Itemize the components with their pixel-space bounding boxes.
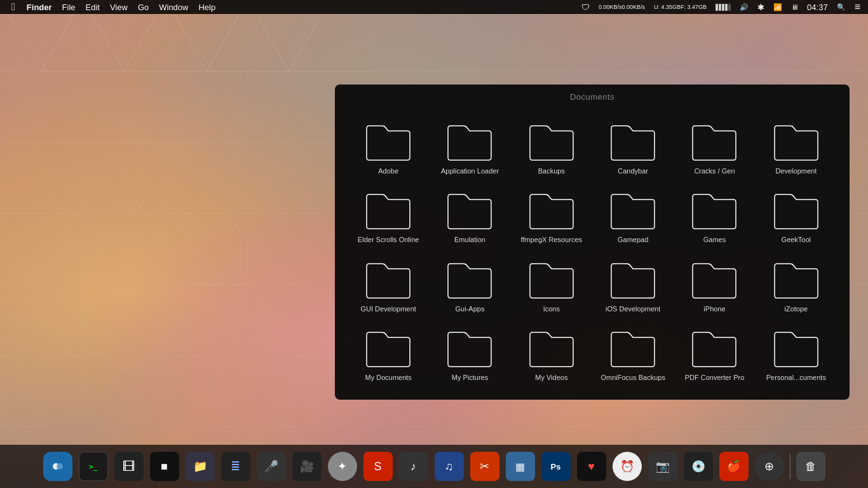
folder-label-omnifocus: OmniFocus Backups	[600, 373, 665, 382]
folder-label-application-loader: Application Loader	[441, 166, 499, 175]
edit-icon: ✂	[470, 452, 499, 481]
finder-icon	[43, 452, 72, 481]
dock-item-dvd[interactable]: 💿	[682, 450, 715, 483]
dock-item-chart[interactable]: ▦	[504, 450, 537, 483]
folder-label-gui-apps: Gui-Apps	[456, 304, 485, 313]
folder-gui-development[interactable]: GUI Development	[348, 250, 429, 318]
folder-application-loader[interactable]: Application Loader	[429, 112, 510, 180]
folder-emulation[interactable]: Emulation	[429, 180, 510, 249]
folder-development[interactable]: Development	[756, 112, 837, 180]
folder-label-pdf-converter: PDF Converter Pro	[685, 373, 745, 382]
folder-backups[interactable]: Backups	[511, 112, 592, 180]
search-icon[interactable]: 🔍	[834, 3, 848, 11]
folder-icon-adobe	[363, 117, 414, 163]
folder-label-icons: Icons	[543, 304, 560, 313]
folder-games[interactable]: Games	[674, 180, 755, 249]
folder-cracks-gen[interactable]: Cracks / Gen	[674, 112, 755, 180]
folder-adobe[interactable]: Adobe	[348, 112, 429, 180]
folder-omnifocus[interactable]: OmniFocus Backups	[592, 318, 674, 387]
folder-iphone[interactable]: iPhone	[674, 250, 755, 318]
dock-item-video[interactable]: 🎥	[290, 450, 323, 483]
dock-item-accessibility[interactable]: ⊕	[753, 450, 786, 483]
folder-icon-personal-documents	[771, 323, 822, 369]
menubar-file[interactable]: File	[57, 0, 81, 14]
folder-icon-iphone	[689, 255, 740, 301]
folder-icon-elder-scrolls	[363, 186, 414, 231]
storage-stats: U: 4.35GB F: 3.47GB	[651, 4, 709, 11]
folder-my-documents[interactable]: My Documents	[348, 318, 429, 387]
dvd-icon: 💿	[684, 452, 713, 481]
hamburger-icon[interactable]: ≡	[852, 1, 863, 13]
folder-icon-izotope	[771, 255, 822, 301]
dock-separator	[790, 454, 790, 479]
appstore-icon: 🍎	[719, 452, 749, 481]
folder-geektool[interactable]: GeekTool	[756, 180, 837, 249]
folder-label-backups: Backups	[538, 166, 565, 175]
folder-icon-application-loader	[444, 117, 495, 163]
folder-candybar[interactable]: Candybar	[592, 112, 674, 180]
documents-window-title: Documents	[335, 85, 850, 112]
dock-item-mic[interactable]: 🎤	[255, 450, 288, 483]
folder-personal-documents[interactable]: Personal...cuments	[756, 318, 837, 387]
folder-icon-icons	[526, 255, 577, 301]
dock-item-health[interactable]: ♥	[575, 450, 608, 483]
dock-item-finder[interactable]	[41, 450, 74, 483]
folder-icon-my-documents	[363, 323, 414, 369]
folder-gamepad[interactable]: Gamepad	[592, 180, 674, 249]
wifi-icon[interactable]: 📶	[771, 3, 785, 11]
menubar-help[interactable]: Help	[193, 0, 220, 14]
menubar-view[interactable]: View	[105, 0, 133, 14]
dock-item-camera[interactable]: 📷	[646, 450, 679, 483]
folder-ios-development[interactable]: iOS Development	[592, 250, 674, 318]
dock-item-clock[interactable]: ⏰	[611, 450, 644, 483]
folder-icon-cracks-gen	[689, 117, 740, 163]
dock-item-appstore[interactable]: 🍎	[717, 450, 750, 483]
dock-item-star[interactable]: ✦	[326, 450, 359, 483]
folder-label-my-pictures: My Pictures	[452, 373, 488, 382]
dock-item-photoshop[interactable]: Ps	[539, 450, 573, 483]
folder-icons[interactable]: Icons	[511, 250, 592, 318]
menubar-edit[interactable]: Edit	[81, 0, 105, 14]
dock-item-edit[interactable]: ✂	[468, 450, 501, 483]
apple-menu[interactable]: 	[5, 0, 22, 14]
menubar-go[interactable]: Go	[133, 0, 154, 14]
bluetooth-icon[interactable]: ✱	[755, 3, 767, 12]
menubar-window[interactable]: Window	[154, 0, 193, 14]
menubar-left:  Finder File Edit View Go Window Help	[5, 0, 220, 14]
menubar-finder[interactable]: Finder	[22, 0, 57, 14]
photoshop-icon: Ps	[541, 452, 571, 481]
folder-my-videos[interactable]: My Videos	[511, 318, 592, 387]
volume-icon[interactable]: 🔊	[737, 3, 751, 11]
monitor-icon[interactable]: 🖥	[789, 3, 801, 11]
dock-item-folder[interactable]: 📁	[184, 450, 217, 483]
folder-icon-gui-apps	[444, 255, 495, 301]
folder-pdf-converter[interactable]: PDF Converter Pro	[674, 318, 755, 387]
dock-item-app2[interactable]: ≣	[219, 450, 252, 483]
folder-label-ios-development: iOS Development	[606, 304, 660, 313]
folder-label-gui-development: GUI Development	[360, 304, 416, 313]
itunes-icon: ♫	[435, 452, 464, 481]
folder-icon-ffmpegx	[526, 186, 577, 231]
dock-item-music[interactable]: ♪	[397, 450, 430, 483]
folder-icon-gamepad	[607, 186, 658, 231]
dock-item-terminal[interactable]: >_	[77, 450, 110, 483]
folder-my-pictures[interactable]: My Pictures	[429, 318, 510, 387]
folder-label-development: Development	[775, 166, 817, 175]
dock-item-app1[interactable]: ■	[148, 450, 181, 483]
dock-item-swirl[interactable]: S	[362, 450, 395, 483]
dock-item-itunes[interactable]: ♫	[433, 450, 466, 483]
folder-izotope[interactable]: iZotope	[756, 250, 837, 318]
terminal-icon: >_	[79, 452, 108, 481]
dock-item-filmstrip[interactable]: 🎞	[112, 450, 146, 483]
mic-icon: 🎤	[257, 452, 286, 481]
folder-icon-ios-development	[607, 255, 658, 301]
star-icon: ✦	[328, 452, 357, 481]
folder-ffmpegx[interactable]: ffmpegX Resources	[511, 180, 592, 249]
dock-item-trash[interactable]: 🗑	[794, 450, 827, 483]
music-icon: ♪	[399, 452, 428, 481]
folder-icon-my-pictures	[444, 323, 495, 369]
folder-icon-backups	[526, 117, 577, 163]
dock: >_ 🎞 ■ 📁 ≣ 🎤 🎥 ✦	[0, 445, 868, 488]
folder-elder-scrolls[interactable]: Elder Scrolls Online	[348, 180, 429, 249]
folder-gui-apps[interactable]: Gui-Apps	[429, 250, 510, 318]
